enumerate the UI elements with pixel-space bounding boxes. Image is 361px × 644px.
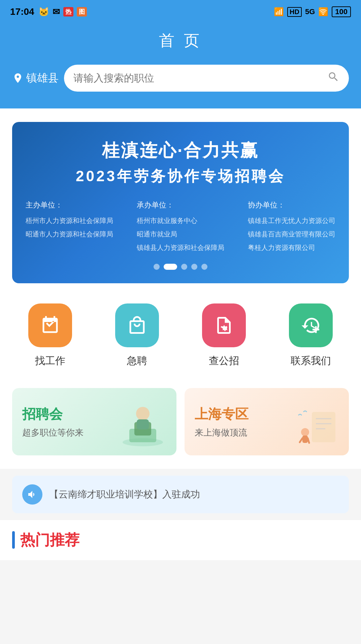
promo-shanghai-card[interactable]: 上海专区 来上海做顶流 xyxy=(185,388,349,455)
promo-shanghai-title: 上海专区 xyxy=(195,405,249,423)
banner-col3-item3: 粤桂人力资源有限公司 xyxy=(248,241,335,254)
public-recruit-icon-bg xyxy=(202,303,246,347)
search-container: 镇雄县 xyxy=(12,65,349,92)
signal-icon: 📶 xyxy=(274,7,284,17)
banner-col1-title: 主办单位： xyxy=(26,198,113,212)
hot-title: 热门推荐 xyxy=(20,530,79,550)
dot-2 xyxy=(164,264,177,270)
svg-rect-11 xyxy=(302,436,308,443)
bag-icon xyxy=(127,315,147,335)
banner-col1-item2: 昭通市人力资源和社会保障局 xyxy=(26,227,113,241)
promo-recruitment-card[interactable]: 招聘会 超多职位等你来 xyxy=(12,388,176,455)
status-right: 📶 HD 5G 🛜 100 xyxy=(274,6,351,17)
app-icon-1: 🐱 xyxy=(38,7,49,17)
hot-header: 热门推荐 xyxy=(12,530,349,550)
svg-point-10 xyxy=(301,428,309,436)
5g-badge: 5G xyxy=(305,7,315,16)
svg-line-13 xyxy=(308,438,309,443)
clock-plus-icon xyxy=(301,315,321,335)
search-input[interactable] xyxy=(73,72,327,84)
notification-text: 【云南缔才职业培训学校】入驻成功 xyxy=(49,488,200,501)
battery-level: 100 xyxy=(335,7,348,16)
dot-4 xyxy=(191,264,197,270)
hot-bar-decoration xyxy=(12,531,15,549)
search-section: 镇雄县 xyxy=(0,65,361,108)
banner-col2-item3: 镇雄县人力资源和社会保障局 xyxy=(137,241,224,254)
app-icon-4: 图 xyxy=(77,7,87,17)
location-label[interactable]: 镇雄县 xyxy=(12,71,59,86)
dot-1 xyxy=(154,264,160,270)
banner-col3-title: 协办单位： xyxy=(248,198,335,212)
banner-sub-title: 2023年劳务协作专场招聘会 xyxy=(26,166,335,186)
status-app-icons: 🐱 ✉ 热 图 xyxy=(38,7,87,17)
shanghai-svg xyxy=(292,398,342,449)
action-find-work[interactable]: 找工作 xyxy=(28,303,72,368)
hot-section: 热门推荐 xyxy=(0,520,361,560)
banner-col3-item2: 镇雄县百吉商业管理有限公司 xyxy=(248,227,335,241)
promo-section: 招聘会 超多职位等你来 上海专区 来上海做顶流 xyxy=(0,381,361,469)
location-text: 镇雄县 xyxy=(26,71,59,86)
status-bar: 17:04 🐱 ✉ 热 图 📶 HD 5G 🛜 100 xyxy=(0,0,361,24)
shanghai-illustration xyxy=(292,398,342,455)
urgent-label: 急聘 xyxy=(127,354,147,368)
recruitment-illustration xyxy=(116,395,170,455)
quick-actions: 找工作 急聘 查公招 联系我们 xyxy=(0,283,361,381)
contact-icon-bg xyxy=(289,303,333,347)
status-left: 17:04 🐱 ✉ 热 图 xyxy=(10,6,87,17)
banner-card[interactable]: 桂滇连心·合力共赢 2023年劳务协作专场招聘会 主办单位： 梧州市人力资源和社… xyxy=(12,122,349,283)
recruitment-svg xyxy=(116,395,170,449)
wifi-icon: 🛜 xyxy=(318,7,328,17)
promo-recruitment-text: 招聘会 超多职位等你来 xyxy=(22,405,84,439)
contact-label: 联系我们 xyxy=(291,354,331,368)
find-work-icon-bg xyxy=(28,303,72,347)
app-icon-3: 热 xyxy=(63,7,73,17)
header: 首 页 xyxy=(0,24,361,65)
hd-badge: HD xyxy=(287,7,302,17)
banner-main-title: 桂滇连心·合力共赢 xyxy=(26,139,335,162)
banner-dots xyxy=(26,264,335,273)
search-input-wrap[interactable] xyxy=(64,65,349,92)
banner-col-2: 承办单位： 梧州市就业服务中心 昭通市就业局 镇雄县人力资源和社会保障局 xyxy=(137,198,224,254)
banner-col-3: 协办单位： 镇雄县工作无忧人力资源公司 镇雄县百吉商业管理有限公司 粤桂人力资源… xyxy=(248,198,335,254)
app-icon-2: ✉ xyxy=(53,7,60,17)
promo-shanghai-text: 上海专区 来上海做顶流 xyxy=(195,405,249,439)
svg-point-4 xyxy=(136,407,150,420)
banner-col-1: 主办单位： 梧州市人力资源和社会保障局 昭通市人力资源和社会保障局 xyxy=(26,198,113,254)
action-public-recruit[interactable]: 查公招 xyxy=(202,303,246,368)
dot-3 xyxy=(181,264,187,270)
notification-icon xyxy=(22,484,42,505)
promo-recruitment-title: 招聘会 xyxy=(22,405,84,423)
banner-col3-item1: 镇雄县工作无忧人力资源公司 xyxy=(248,214,335,227)
find-work-label: 找工作 xyxy=(35,354,65,368)
calendar-check-icon xyxy=(40,315,60,335)
svg-rect-6 xyxy=(312,412,335,442)
speaker-icon xyxy=(27,489,38,500)
notification-bar[interactable]: 【云南缔才职业培训学校】入驻成功 xyxy=(12,476,349,513)
public-recruit-label: 查公招 xyxy=(209,354,239,368)
banner-section: 桂滇连心·合力共赢 2023年劳务协作专场招聘会 主办单位： 梧州市人力资源和社… xyxy=(0,108,361,283)
urgent-icon-bg xyxy=(115,303,159,347)
svg-line-12 xyxy=(300,438,302,442)
banner-col2-item1: 梧州市就业服务中心 xyxy=(137,214,224,227)
action-contact[interactable]: 联系我们 xyxy=(289,303,333,368)
search-icon[interactable] xyxy=(327,71,339,86)
banner-info-row: 主办单位： 梧州市人力资源和社会保障局 昭通市人力资源和社会保障局 承办单位： … xyxy=(26,198,335,254)
banner-col2-item2: 昭通市就业局 xyxy=(137,227,224,241)
svg-rect-5 xyxy=(137,419,149,429)
promo-shanghai-subtitle: 来上海做顶流 xyxy=(195,427,249,439)
status-time: 17:04 xyxy=(10,6,34,17)
dot-5 xyxy=(201,264,207,270)
page-title: 首 页 xyxy=(0,30,361,51)
banner-col1-item1: 梧州市人力资源和社会保障局 xyxy=(26,214,113,227)
promo-recruitment-subtitle: 超多职位等你来 xyxy=(22,427,84,439)
banner-col2-title: 承办单位： xyxy=(137,198,224,212)
action-urgent[interactable]: 急聘 xyxy=(115,303,159,368)
document-star-icon xyxy=(214,315,234,335)
location-pin-icon xyxy=(12,72,24,84)
battery-icon: 100 xyxy=(332,6,351,17)
